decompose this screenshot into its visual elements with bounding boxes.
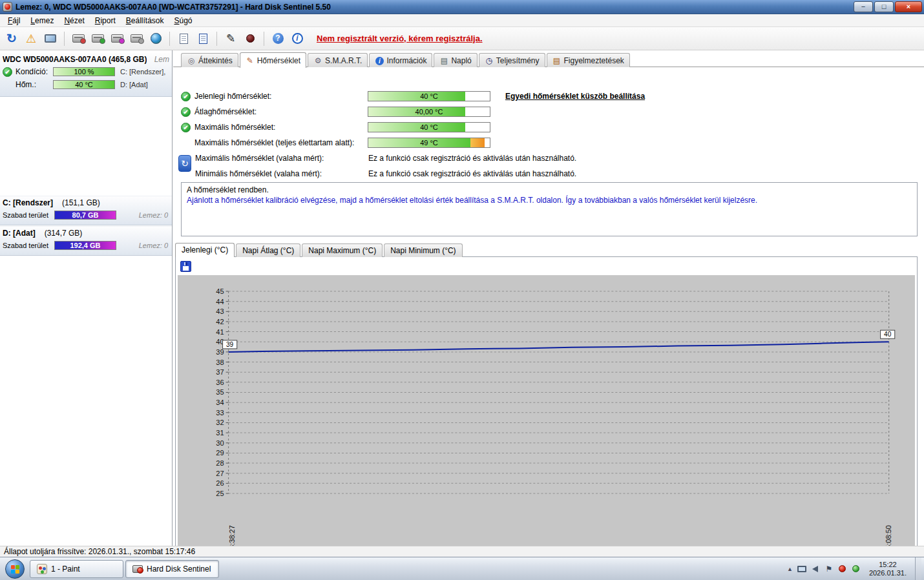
online-button[interactable] — [147, 30, 165, 48]
green-badge-icon — [100, 38, 105, 44]
temp-row-label: Jelenlegi hőmérséklet: — [194, 92, 364, 101]
svg-text:39: 39 — [216, 348, 224, 356]
maximize-button[interactable]: □ — [874, 1, 894, 12]
start-button[interactable] — [5, 559, 25, 579]
tab-alerts[interactable]: ▤Figyelmeztetések — [547, 53, 630, 67]
chart-tab-current[interactable]: Jelenlegi (°C) — [175, 243, 235, 257]
info-icon: i — [292, 33, 303, 44]
warning-report-button[interactable]: ⚠ — [22, 30, 40, 48]
tray-volume-icon[interactable] — [811, 564, 820, 574]
volume-name: D: [Adat] — [3, 229, 36, 238]
close-button[interactable]: × — [895, 1, 922, 12]
temp-row-lifetime-max: Maximális hőmérséklet (teljes élettartam… — [173, 136, 924, 150]
save-report-button[interactable] — [194, 30, 212, 48]
ink-button[interactable] — [241, 30, 259, 48]
disk-header: WDC WD5000AAKS-007AA0 (465,8 GB) Lem — [0, 53, 172, 65]
disk-action-button-1[interactable] — [69, 30, 87, 48]
hard-disk-icon — [111, 34, 123, 43]
window-controls: − □ × — [854, 1, 924, 12]
condition-row: ✔ Kondíció: 100 % C: [Rendszer], — [0, 65, 172, 78]
tab-smart[interactable]: ⚙S.M.A.R.T. — [308, 53, 368, 67]
tab-label: Figyelmeztetések — [564, 56, 624, 65]
info-button[interactable]: i — [288, 30, 306, 48]
svg-text:32: 32 — [216, 419, 224, 426]
tray-hds-icon[interactable] — [838, 564, 847, 574]
disk-header-suffix: Lem — [154, 55, 169, 64]
tab-label: Hőmérséklet — [257, 56, 300, 65]
minimize-button[interactable]: − — [854, 1, 873, 12]
tray-display-icon[interactable] — [797, 564, 806, 574]
globe-icon — [151, 33, 162, 44]
tab-label: Információk — [386, 56, 426, 65]
menu-report[interactable]: Riport — [90, 15, 121, 26]
menu-disk[interactable]: Lemez — [25, 15, 59, 26]
toolbar-separator — [216, 32, 217, 46]
help-button[interactable]: ? — [269, 30, 287, 48]
disk-action-button-4[interactable] — [127, 30, 145, 48]
refresh-button[interactable]: ↻ — [3, 30, 21, 48]
warning-icon: ⚠ — [26, 32, 36, 46]
report-button[interactable] — [174, 30, 193, 48]
taskbar-button-hard-disk-sentinel[interactable]: Hard Disk Sentinel — [125, 560, 219, 578]
chart-tab-daily-average[interactable]: Napi Átlag (°C) — [236, 243, 300, 257]
volume-c-item[interactable]: C: [Rendszer] (151,1 GB) Szabad terület … — [0, 196, 172, 225]
disk-action-button-3[interactable] — [108, 30, 126, 48]
status-bar: Állapot utoljára frissítve: 2026.01.31.,… — [0, 546, 924, 557]
pen-report-button[interactable]: ✎ — [222, 30, 240, 48]
tab-label: S.M.A.R.T. — [325, 56, 362, 65]
menu-settings[interactable]: Beállítások — [121, 15, 169, 26]
svg-text:31: 31 — [216, 429, 224, 437]
menu-help[interactable]: Súgó — [169, 15, 197, 26]
menu-file[interactable]: Fájl — [3, 15, 25, 26]
chart-tab-daily-maximum[interactable]: Napi Maximum (°C) — [302, 243, 383, 257]
svg-text:36: 36 — [216, 378, 224, 386]
tab-overview[interactable]: ◎Áttekintés — [181, 53, 238, 67]
toolbar-separator — [264, 32, 264, 46]
disk-list-item[interactable]: WDC WD5000AAKS-007AA0 (465,8 GB) Lem ✔ K… — [0, 53, 172, 97]
volume-free-row: Szabad terület 192,4 GB Lemez: 0 — [0, 239, 172, 252]
chart-tab-daily-minimum[interactable]: Napi Minimum (°C) — [384, 243, 462, 257]
tray-status-icon[interactable] — [852, 564, 861, 574]
red-badge-icon — [80, 38, 86, 44]
taskbar: 1 - Paint Hard Disk Sentinel ▲ ⚑ 15:22 2… — [0, 557, 924, 580]
tab-temperature[interactable]: ✎Hőmérséklet — [240, 52, 306, 68]
svg-text:43: 43 — [216, 307, 224, 315]
check-icon: ✔ — [181, 92, 191, 101]
taskbar-button-label: Hard Disk Sentinel — [147, 564, 211, 574]
tab-information[interactable]: iInformációk — [369, 53, 432, 67]
tab-log[interactable]: ▤Napló — [434, 53, 477, 67]
document-blue-icon — [199, 34, 207, 44]
condition-bar: 100 % — [53, 67, 115, 76]
info-icon: i — [375, 57, 384, 65]
menu-bar: Fájl Lemez Nézet Riport Beállítások Súgó — [0, 14, 924, 27]
temperature-advice-text: Ajánlott a hőmérséklet kalibráció elvégz… — [187, 196, 912, 205]
volume-d-item[interactable]: D: [Adat] (314,7 GB) Szabad terület 192,… — [0, 226, 172, 256]
temperature-value: 40 °C — [54, 81, 114, 88]
volume-disk-label: Lemez: 0 — [139, 242, 168, 249]
tab-performance[interactable]: ◷Teljesítmény — [479, 53, 545, 67]
svg-text:26: 26 — [216, 479, 224, 487]
save-chart-button[interactable] — [180, 261, 191, 272]
disk-action-button-2[interactable] — [89, 30, 107, 48]
svg-text:25: 25 — [216, 490, 224, 497]
status-text: Állapot utoljára frissítve: 2026.01.31.,… — [4, 547, 195, 556]
tray-action-center-flag-icon[interactable]: ⚑ — [824, 564, 834, 574]
taskbar-button-paint[interactable]: 1 - Paint — [30, 560, 123, 578]
unregistered-version-link[interactable]: Nem regisztrált verzió, kérem regisztrál… — [317, 34, 483, 43]
toolbar: ↻ ⚠ ✎ ? i Nem regisztrált verzió, kérem … — [0, 27, 924, 50]
gray-badge-icon — [138, 38, 144, 44]
temp-bar-value: 40 °C — [368, 123, 490, 132]
show-hidden-icons-button[interactable]: ▲ — [787, 566, 793, 572]
free-space-value: 192,4 GB — [55, 242, 116, 249]
temperature-status-box: A hőmérséklet rendben. Ajánlott a hőmérs… — [181, 182, 918, 236]
monitor-button[interactable] — [41, 30, 59, 48]
temperature-bar: 40 °C — [53, 80, 115, 89]
taskbar-clock[interactable]: 15:22 2026.01.31. — [865, 561, 910, 577]
disk-name: WDC WD5000AAKS-007AA0 (465,8 GB) — [3, 55, 147, 64]
free-space-bar: 192,4 GB — [54, 241, 116, 250]
show-desktop-button[interactable] — [915, 557, 921, 580]
menu-view[interactable]: Nézet — [59, 15, 89, 26]
sidebar: WDC WD5000AAKS-007AA0 (465,8 GB) Lem ✔ K… — [0, 50, 173, 546]
custom-threshold-link[interactable]: Egyedi hőmérséklet küszöb beállítása — [505, 92, 645, 101]
svg-text:39: 39 — [226, 341, 234, 348]
